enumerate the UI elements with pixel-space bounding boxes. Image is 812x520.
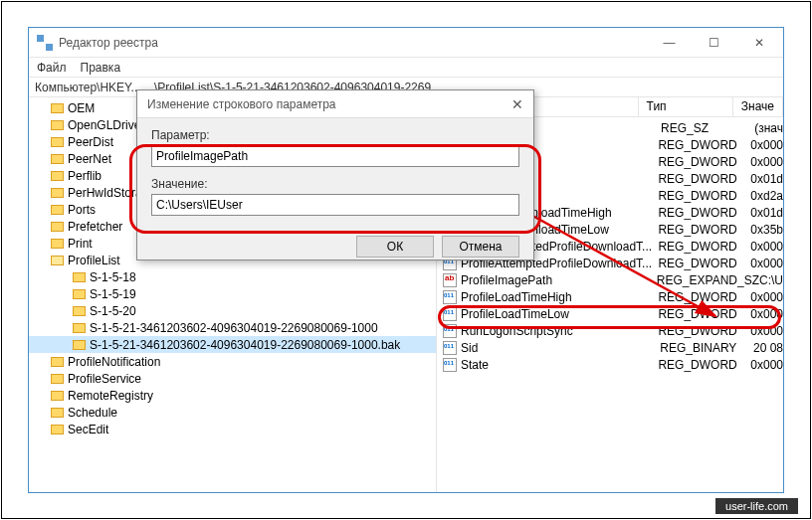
tree-item[interactable]: Schedule — [29, 404, 436, 421]
app-icon — [37, 35, 53, 51]
folder-icon — [51, 357, 64, 367]
cell-data: 0x000 — [750, 257, 783, 270]
tree-item[interactable]: RemoteRegistry — [29, 387, 436, 404]
cell-type: REG_DWORD — [658, 206, 750, 220]
folder-icon — [51, 120, 64, 130]
cell-type: REG_EXPAND_SZ — [657, 273, 759, 287]
cell-data: 0x01d — [750, 206, 783, 220]
tree-label: PeerNet — [68, 152, 111, 166]
folder-icon — [73, 272, 86, 282]
tree-label: Print — [68, 237, 93, 251]
tree-label: Schedule — [68, 406, 117, 420]
tree-label: ProfileService — [68, 372, 141, 386]
tree-item[interactable]: S-1-5-20 — [29, 302, 436, 319]
cell-data: (знач — [754, 121, 783, 135]
list-row[interactable]: StateREG_DWORD0x000 — [437, 356, 783, 373]
folder-icon — [51, 171, 64, 181]
cell-type: REG_DWORD — [658, 358, 750, 372]
folder-icon — [73, 340, 86, 350]
folder-icon — [51, 256, 64, 265]
highlight-row — [438, 305, 781, 329]
tree-label: S-1-5-20 — [90, 304, 136, 318]
folder-icon — [51, 188, 64, 198]
dialog-title: Изменение строкового параметра — [147, 97, 511, 111]
tree-item[interactable]: S-1-5-19 — [29, 285, 436, 302]
binary-icon — [443, 290, 457, 304]
tree-item[interactable]: S-1-5-21-3461203602-4096304019-226908006… — [29, 336, 436, 353]
dialog-close-button[interactable]: ✕ — [511, 96, 523, 112]
cell-type: REG_DWORD — [658, 155, 750, 169]
list-row[interactable]: SidREG_BINARY20 08 — [437, 339, 783, 356]
param-input[interactable] — [151, 145, 519, 167]
watermark: user-life.com — [715, 498, 798, 514]
tree-item[interactable]: SecEdit — [29, 421, 436, 437]
cell-data: 0x000 — [750, 290, 783, 304]
tree-label: S-1-5-18 — [90, 270, 136, 284]
folder-icon — [51, 425, 64, 434]
list-row[interactable]: ProfileImagePathREG_EXPAND_SZC:\U — [437, 271, 783, 288]
tree-item[interactable]: ProfileNotification — [29, 353, 436, 370]
cell-type: REG_BINARY — [660, 341, 753, 355]
tree-label: Ports — [68, 203, 96, 217]
string-icon — [443, 273, 457, 287]
folder-icon — [73, 289, 86, 299]
folder-icon — [73, 306, 86, 316]
cell-data: 0x000 — [750, 358, 783, 372]
menu-file[interactable]: Файл — [37, 61, 67, 75]
value-input[interactable] — [151, 194, 519, 216]
cell-type: REG_DWORD — [658, 240, 750, 254]
folder-icon — [51, 374, 64, 384]
ok-button[interactable]: ОК — [356, 236, 434, 258]
folder-icon — [73, 323, 86, 333]
cell-type: REG_DWORD — [658, 189, 750, 203]
folder-icon — [51, 103, 64, 113]
cell-type: REG_DWORD — [658, 223, 750, 237]
folder-icon — [51, 408, 64, 418]
folder-icon — [51, 154, 64, 164]
tree-label: Prefetcher — [68, 220, 122, 234]
tree-label: S-1-5-19 — [90, 287, 136, 301]
tree-label: PeerDist — [68, 135, 113, 149]
col-data[interactable]: Значе — [733, 97, 783, 116]
cancel-button[interactable]: Отмена — [442, 236, 519, 258]
close-button[interactable]: ✕ — [736, 28, 781, 57]
menu-bar: Файл Правка — [29, 58, 783, 78]
cell-type: REG_DWORD — [658, 257, 750, 270]
tree-label: RemoteRegistry — [68, 389, 153, 403]
tree-label: S-1-5-21-3461203602-4096304019-226908006… — [90, 321, 378, 335]
tree-label: S-1-5-21-3461203602-4096304019-226908006… — [90, 338, 400, 352]
cell-type: REG_SZ — [661, 121, 754, 135]
cell-type: REG_DWORD — [658, 138, 750, 152]
folder-icon — [51, 391, 64, 401]
cell-data: 0xd2a — [750, 189, 783, 203]
maximize-button[interactable]: ☐ — [692, 28, 736, 57]
cell-name: ProfileImagePath — [461, 273, 657, 287]
titlebar[interactable]: Редактор реестра — ☐ ✕ — [29, 28, 783, 58]
cell-name: State — [461, 358, 658, 372]
cell-name: Sid — [461, 341, 660, 355]
folder-icon — [51, 137, 64, 147]
dialog-titlebar[interactable]: Изменение строкового параметра ✕ — [137, 90, 533, 118]
cell-data: 0x35b — [750, 223, 783, 237]
folder-icon — [51, 222, 64, 232]
registry-editor-window: Редактор реестра — ☐ ✕ Файл Правка Компь… — [28, 27, 784, 493]
list-row[interactable]: ProfileLoadTimeHighREG_DWORD0x000 — [437, 288, 783, 305]
window-title: Редактор реестра — [59, 36, 647, 50]
tree-item[interactable]: S-1-5-21-3461203602-4096304019-226908006… — [29, 319, 436, 336]
cell-data: C:\U — [759, 273, 783, 287]
menu-edit[interactable]: Правка — [81, 61, 121, 75]
cell-type: REG_DWORD — [658, 290, 750, 304]
minimize-button[interactable]: — — [647, 28, 692, 57]
folder-icon — [51, 205, 64, 215]
tree-label: OEM — [68, 101, 95, 115]
tree-item[interactable]: S-1-5-18 — [29, 268, 436, 285]
tree-label: ProfileList — [68, 254, 120, 267]
cell-type: REG_DWORD — [658, 172, 750, 186]
value-label: Значение: — [151, 177, 519, 191]
tree-item[interactable]: ProfileService — [29, 370, 436, 387]
cell-data: 0x000 — [750, 138, 783, 152]
tree-label: SecEdit — [68, 423, 108, 436]
col-type[interactable]: Тип — [639, 97, 733, 116]
tree-label: Perflib — [68, 169, 102, 183]
cell-data: 0x01d — [750, 172, 783, 186]
